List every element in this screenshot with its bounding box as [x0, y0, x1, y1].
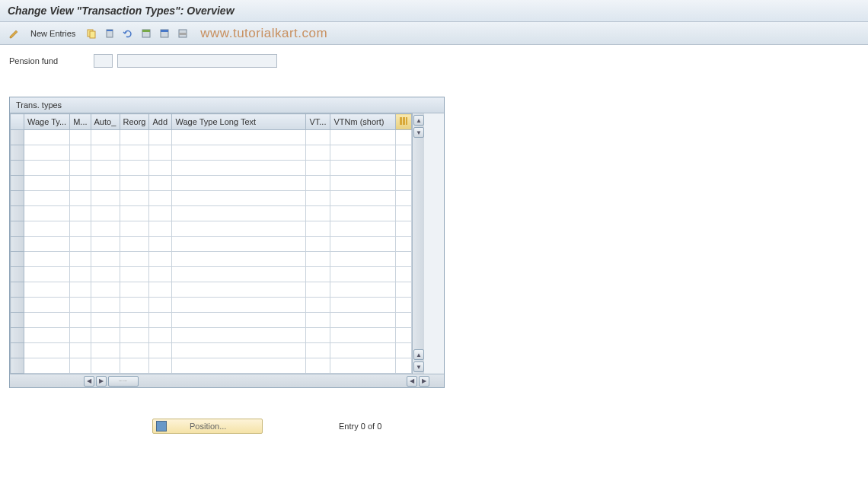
col-wage-type[interactable]: Wage Ty... — [24, 114, 70, 130]
scroll-down-icon[interactable]: ▼ — [413, 361, 424, 372]
table-row[interactable] — [11, 313, 412, 328]
table-row[interactable] — [11, 252, 412, 267]
cell[interactable] — [172, 343, 306, 358]
cell[interactable] — [24, 145, 70, 161]
cell[interactable] — [91, 145, 120, 161]
cell[interactable] — [70, 237, 91, 252]
cell[interactable] — [306, 161, 330, 176]
select-all-icon[interactable] — [139, 27, 153, 40]
cell[interactable] — [172, 161, 306, 176]
col-vtnm-short[interactable]: VTNm (short) — [330, 114, 396, 130]
cell[interactable] — [396, 206, 412, 221]
cell[interactable] — [396, 145, 412, 161]
row-selector[interactable] — [11, 145, 24, 161]
cell[interactable] — [70, 298, 91, 313]
cell[interactable] — [306, 328, 330, 343]
cell[interactable] — [120, 176, 149, 191]
scroll-left-icon[interactable]: ◀ — [84, 376, 94, 387]
table-row[interactable] — [11, 221, 412, 237]
cell[interactable] — [172, 358, 306, 374]
cell[interactable] — [396, 358, 412, 374]
cell[interactable] — [91, 282, 120, 298]
cell[interactable] — [396, 252, 412, 267]
row-selector-header[interactable] — [11, 114, 24, 130]
scroll-right-end-icon[interactable]: ▶ — [419, 376, 429, 387]
table-row[interactable] — [11, 130, 412, 145]
scroll-right-icon[interactable]: ▶ — [96, 376, 107, 387]
col-auto[interactable]: Auto_ — [91, 114, 120, 130]
row-selector[interactable] — [11, 206, 24, 221]
cell[interactable] — [120, 252, 149, 267]
cell[interactable] — [70, 358, 91, 374]
cell[interactable] — [330, 358, 396, 374]
col-m[interactable]: M... — [70, 114, 91, 130]
cell[interactable] — [70, 130, 91, 145]
cell[interactable] — [149, 237, 172, 252]
undo-icon[interactable] — [121, 27, 135, 40]
pension-fund-code-input[interactable] — [94, 54, 113, 68]
cell[interactable] — [396, 282, 412, 298]
cell[interactable] — [24, 298, 70, 313]
cell[interactable] — [24, 267, 70, 282]
cell[interactable] — [396, 176, 412, 191]
cell[interactable] — [91, 252, 120, 267]
scroll-up-icon[interactable]: ▲ — [413, 115, 424, 126]
deselect-all-icon[interactable] — [176, 27, 190, 40]
cell[interactable] — [330, 237, 396, 252]
cell[interactable] — [306, 298, 330, 313]
cell[interactable] — [172, 313, 306, 328]
cell[interactable] — [120, 130, 149, 145]
cell[interactable] — [91, 206, 120, 221]
cell[interactable] — [70, 161, 91, 176]
cell[interactable] — [396, 191, 412, 206]
row-selector[interactable] — [11, 176, 24, 191]
row-selector[interactable] — [11, 267, 24, 282]
cell[interactable] — [330, 282, 396, 298]
cell[interactable] — [172, 145, 306, 161]
scroll-page-up-icon[interactable]: ▼ — [413, 127, 424, 138]
cell[interactable] — [330, 176, 396, 191]
cell[interactable] — [172, 252, 306, 267]
cell[interactable] — [330, 343, 396, 358]
cell[interactable] — [120, 206, 149, 221]
cell[interactable] — [172, 328, 306, 343]
cell[interactable] — [70, 206, 91, 221]
cell[interactable] — [306, 358, 330, 374]
delete-icon[interactable] — [103, 27, 116, 40]
cell[interactable] — [70, 252, 91, 267]
cell[interactable] — [24, 358, 70, 374]
col-reorg[interactable]: Reorg — [120, 114, 149, 130]
cell[interactable] — [330, 298, 396, 313]
cell[interactable] — [330, 328, 396, 343]
cell[interactable] — [91, 221, 120, 237]
cell[interactable] — [24, 176, 70, 191]
select-block-icon[interactable] — [158, 27, 171, 40]
cell[interactable] — [306, 237, 330, 252]
cell[interactable] — [306, 343, 330, 358]
cell[interactable] — [91, 130, 120, 145]
table-row[interactable] — [11, 145, 412, 161]
table-row[interactable] — [11, 282, 412, 298]
cell[interactable] — [172, 237, 306, 252]
cell[interactable] — [306, 267, 330, 282]
cell[interactable] — [120, 298, 149, 313]
cell[interactable] — [120, 328, 149, 343]
cell[interactable] — [24, 206, 70, 221]
cell[interactable] — [120, 358, 149, 374]
cell[interactable] — [149, 313, 172, 328]
column-expand-icon[interactable]: ┄┄ — [108, 376, 139, 387]
configure-columns-icon[interactable] — [396, 114, 412, 130]
cell[interactable] — [172, 298, 306, 313]
cell[interactable] — [396, 161, 412, 176]
cell[interactable] — [149, 298, 172, 313]
cell[interactable] — [396, 313, 412, 328]
cell[interactable] — [24, 313, 70, 328]
cell[interactable] — [91, 313, 120, 328]
table-row[interactable] — [11, 161, 412, 176]
cell[interactable] — [149, 145, 172, 161]
cell[interactable] — [120, 191, 149, 206]
cell[interactable] — [24, 343, 70, 358]
cell[interactable] — [120, 161, 149, 176]
cell[interactable] — [91, 358, 120, 374]
position-button[interactable]: Position... — [152, 419, 263, 434]
